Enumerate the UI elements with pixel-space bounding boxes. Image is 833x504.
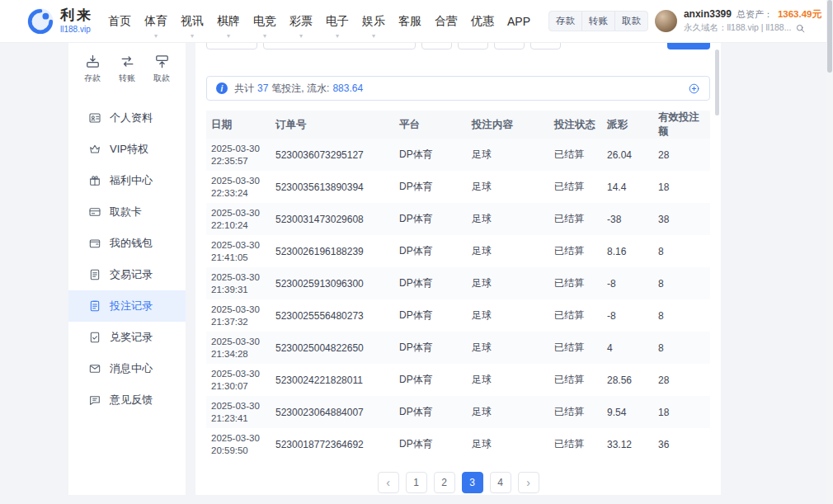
table-header-row: 日期订单号平台投注内容投注状态派彩有效投注额 [206,111,710,139]
sidebar-quick-2[interactable]: 转账 [119,54,135,84]
cell-content: 足球 [467,428,549,460]
nav-item-7[interactable]: 电子▾ [319,0,355,43]
sidebar-item-4[interactable]: 取款卡 [68,196,186,228]
bet-records-table: 日期订单号平台投注内容投注状态派彩有效投注额 2025-03-3022:35:5… [206,111,710,460]
cell-date: 2025-03-3021:37:32 [206,299,271,332]
chevron-down-icon: ▾ [299,33,303,40]
sidebar-quick-actions: 存款转账取款 [68,43,186,84]
chevron-down-icon: ▾ [263,33,266,40]
cell-order: 5230035613890394 [271,171,394,203]
filter-row [206,43,710,51]
cell-payout: -8 [602,299,653,332]
wallet-quick-links: 存款转账取款 [548,11,648,31]
logo-domain: ll188.vip [60,25,93,34]
cell-payout: 26.04 [602,139,653,171]
sidebar-quick-label: 存款 [84,73,101,84]
sidebar-item-5[interactable]: 我的钱包 [68,228,186,259]
cell-valid-amount: 8 [653,332,710,364]
sidebar-item-label: 消息中心 [110,361,153,376]
column-header: 有效投注额 [653,111,710,139]
bet-time: 21:41:05 [211,252,266,264]
sidebar-item-10[interactable]: 意见反馈 [68,384,186,416]
sidebar-item-9[interactable]: 消息中心 [68,353,186,384]
top-navigation-bar: 利来 ll188.vip 首页体育▾视讯▾棋牌▾电竞▾彩票▾电子▾娱乐▾客服合营… [0,0,833,43]
nav-item-2[interactable]: 体育▾ [138,0,174,43]
page-button-2[interactable]: 2 [434,472,455,493]
nav-item-5[interactable]: 电竞▾ [247,0,283,43]
cell-order: 5230036073295127 [271,139,394,171]
nav-item-1[interactable]: 首页 [101,0,138,43]
bet-date: 2025-03-30 [211,175,266,187]
bet-date: 2025-03-30 [211,368,266,380]
cell-valid-amount: 8 [653,235,710,267]
filter-select[interactable] [206,43,257,49]
nav-item-12[interactable]: APP [501,0,537,43]
filter-search-button[interactable] [667,43,710,49]
nav-item-11[interactable]: 优惠 [464,0,501,43]
avatar[interactable] [655,10,677,32]
cell-valid-amount: 38 [653,203,710,235]
sidebar-item-6[interactable]: 交易记录 [68,259,186,290]
sidebar-quick-3[interactable]: 取款 [153,54,170,84]
cell-status: 已结算 [549,203,602,235]
wallet-quick-link-2[interactable]: 转账 [581,12,614,31]
wallet-icon [88,237,101,250]
page-button-4[interactable]: 4 [490,472,511,493]
cell-payout: 8.16 [602,235,653,267]
nav-item-3[interactable]: 视讯▾ [174,0,210,43]
cell-payout: 33.12 [602,428,653,460]
sidebar-item-7[interactable]: 投注记录 [68,290,186,322]
nav-item-8[interactable]: 娱乐▾ [355,0,392,43]
plus-circle-icon[interactable] [688,82,700,95]
assets-value: 1363.49元 [778,8,821,21]
sidebar-item-2[interactable]: VIP特权 [68,134,186,165]
pagination-prev[interactable]: ‹ [378,472,399,493]
wallet-quick-link-3[interactable]: 取款 [614,12,647,31]
pagination-next[interactable]: › [518,472,539,493]
page-button-1[interactable]: 1 [406,472,427,493]
table-row: 2025-03-3022:10:245230031473029608DP体育足球… [206,203,710,235]
bet-date: 2025-03-30 [211,239,266,252]
cell-order: 5230025556480273 [271,299,394,332]
panel-scrollbar-thumb[interactable] [715,49,719,115]
transfer-icon [120,54,135,69]
column-header: 订单号 [271,111,394,139]
wallet-quick-link-1[interactable]: 存款 [549,12,581,31]
page-scrollbar-thumb[interactable] [827,0,832,73]
nav-item-9[interactable]: 客服 [392,0,428,43]
cell-payout: -8 [602,267,653,299]
sidebar-item-3[interactable]: 福利中心 [68,165,186,196]
vip-icon [88,143,101,156]
pagination: ‹1234› [206,472,710,493]
sidebar-item-label: 个人资料 [110,111,153,125]
sidebar-item-label: 取款卡 [110,205,142,219]
cell-status: 已结算 [549,332,602,364]
nav-item-4[interactable]: 棋牌▾ [210,0,247,43]
filter-quick-button-1[interactable] [421,43,452,49]
bet-time: 22:35:57 [211,155,266,167]
username[interactable]: anxin3399 [684,8,732,20]
sidebar-quick-1[interactable]: 存款 [84,54,101,84]
cell-valid-amount: 8 [653,267,710,299]
bet-date: 2025-03-30 [211,304,266,316]
sidebar-item-8[interactable]: 兑奖记录 [68,322,186,353]
cell-content: 足球 [467,396,549,428]
cell-content: 足球 [467,364,549,396]
page-button-3[interactable]: 3 [462,472,483,493]
nav-item-6[interactable]: 彩票▾ [283,0,319,43]
filter-quick-button-2[interactable] [458,43,488,49]
filter-quick-button-4[interactable] [530,43,561,49]
bet-time: 21:23:41 [211,412,266,425]
user-info: anxin3399 总资产： 1363.49元 永久域名：ll188.vip |… [684,8,821,34]
cell-platform: DP体育 [394,299,467,332]
chevron-down-icon: ▾ [227,33,230,40]
filter-quick-button-3[interactable] [494,43,525,49]
nav-item-10[interactable]: 合营 [428,0,464,43]
feedback-icon [88,393,101,407]
filter-date-input[interactable] [263,43,416,49]
search-icon[interactable] [795,23,806,34]
page-scrollbar[interactable] [826,0,833,504]
site-logo[interactable]: 利来 ll188.vip [26,7,93,35]
transactions-icon [88,268,101,281]
sidebar-item-1[interactable]: 个人资料 [68,102,186,134]
